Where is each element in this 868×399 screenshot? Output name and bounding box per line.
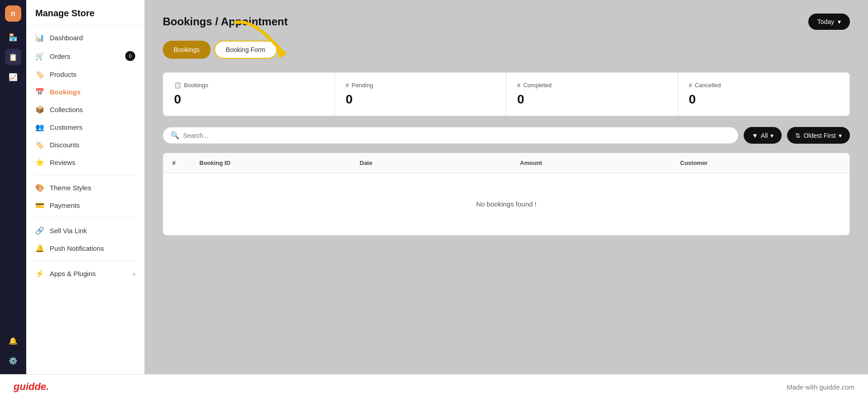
- table-header: # Booking ID Date Amount Customer: [163, 153, 849, 173]
- chevron-down-icon: ▾: [770, 132, 774, 139]
- bottom-bar: guidde. Made with guidde.com: [0, 374, 868, 399]
- sidebar-item-label: Push Notifications: [50, 244, 104, 252]
- orders-icon: 🛒: [35, 52, 44, 61]
- sidebar-item-label: Customers: [50, 123, 83, 131]
- sidebar-item-theme-styles[interactable]: 🎨 Theme Styles: [26, 179, 144, 197]
- store-rail-icon[interactable]: 🏪: [5, 29, 21, 45]
- bell-rail-icon[interactable]: 🔔: [5, 333, 21, 349]
- sidebar-item-payments[interactable]: 💳 Payments: [26, 197, 144, 214]
- theme-icon: 🎨: [35, 183, 44, 192]
- col-header-booking-id: Booking ID: [199, 160, 360, 166]
- page-header: Bookings / Appointment Today ▾: [163, 14, 850, 30]
- tab-booking-form[interactable]: Booking Form: [214, 41, 277, 59]
- search-input[interactable]: [183, 132, 731, 139]
- col-header-number: #: [172, 160, 199, 166]
- made-with-text: Made with guidde.com: [787, 383, 854, 391]
- filter-all-label: All: [761, 132, 768, 139]
- analytics-rail-icon[interactable]: 📈: [5, 69, 21, 85]
- stat-label-bookings: 📋 Bookings: [174, 82, 324, 89]
- tabs-row: Bookings Booking Form: [163, 41, 850, 59]
- main-content: Bookings / Appointment Today ▾ Bookings …: [145, 0, 868, 374]
- sidebar-item-label: Bookings: [50, 88, 80, 96]
- pending-stat-icon: #: [346, 82, 349, 89]
- app-logo[interactable]: n: [5, 5, 21, 22]
- chevron-down-icon: ▾: [838, 18, 841, 25]
- settings-rail-icon[interactable]: ⚙️: [5, 352, 21, 369]
- sidebar-item-products[interactable]: 🏷️ Products: [26, 66, 144, 83]
- svg-marker-0: [276, 45, 287, 59]
- search-icon: 🔍: [170, 131, 179, 140]
- stat-card-bookings: 📋 Bookings 0: [163, 73, 335, 116]
- bookings-icon: 📅: [35, 88, 44, 96]
- sidebar-item-reviews[interactable]: ⭐ Reviews: [26, 154, 144, 171]
- sidebar-divider-1: [33, 175, 137, 175]
- sidebar-item-label: Theme Styles: [50, 184, 91, 192]
- customers-icon: 👥: [35, 123, 44, 131]
- chevron-down-icon: ▾: [839, 132, 842, 139]
- col-header-date: Date: [360, 160, 520, 166]
- bookings-stat-icon: 📋: [174, 82, 181, 89]
- stat-label-cancelled: # Cancelled: [689, 82, 839, 89]
- stat-card-pending: # Pending 0: [335, 73, 507, 116]
- stat-value-pending: 0: [346, 92, 495, 107]
- sidebar-item-label: Sell Via Link: [50, 227, 87, 235]
- stats-row: 📋 Bookings 0 # Pending 0 # Completed 0: [163, 72, 850, 116]
- guidde-logo: guidde.: [14, 381, 49, 393]
- stat-value-bookings: 0: [174, 92, 324, 107]
- sidebar: Manage Store 📊 Dashboard 🛒 Orders 0 🏷️ P…: [26, 0, 145, 374]
- sidebar-item-label: Apps & Plugins: [50, 270, 96, 277]
- page-title: Bookings / Appointment: [163, 15, 288, 28]
- today-label: Today: [817, 18, 834, 25]
- col-header-customer: Customer: [680, 160, 841, 166]
- bookings-table: # Booking ID Date Amount Customer No boo…: [163, 153, 850, 235]
- sort-icon: ⇅: [795, 132, 801, 139]
- stat-label-completed: # Completed: [517, 82, 667, 89]
- notification-icon: 🔔: [35, 244, 44, 253]
- tab-bookings[interactable]: Bookings: [163, 41, 211, 59]
- icon-rail: n 🏪 📋 📈 🔔 ⚙️: [0, 0, 26, 374]
- search-box[interactable]: 🔍: [163, 127, 738, 144]
- sidebar-item-customers[interactable]: 👥 Customers: [26, 118, 144, 136]
- collections-icon: 📦: [35, 105, 44, 114]
- stat-card-completed: # Completed 0: [506, 73, 678, 116]
- sidebar-item-label: Discounts: [50, 141, 80, 149]
- stat-label-pending: # Pending: [346, 82, 495, 89]
- sidebar-item-dashboard[interactable]: 📊 Dashboard: [26, 29, 144, 47]
- filter-row: 🔍 ▼ All ▾ ⇅ Oldest First ▾: [163, 127, 850, 144]
- filter-all-button[interactable]: ▼ All ▾: [744, 127, 782, 144]
- sidebar-item-bookings[interactable]: 📅 Bookings: [26, 83, 144, 101]
- sidebar-item-orders[interactable]: 🛒 Orders 0: [26, 47, 144, 66]
- cancelled-stat-icon: #: [689, 82, 692, 89]
- sidebar-nav: 📊 Dashboard 🛒 Orders 0 🏷️ Products 📅 Boo…: [26, 25, 144, 286]
- sort-button[interactable]: ⇅ Oldest First ▾: [787, 127, 850, 144]
- no-bookings-message: No bookings found !: [163, 173, 849, 235]
- sidebar-divider-3: [33, 261, 137, 261]
- orders-badge: 0: [125, 51, 135, 61]
- sidebar-header: Manage Store: [26, 0, 144, 25]
- payments-icon: 💳: [35, 201, 44, 210]
- sort-label: Oldest First: [803, 132, 836, 139]
- bookings-rail-icon[interactable]: 📋: [5, 49, 21, 65]
- products-icon: 🏷️: [35, 70, 44, 79]
- link-icon: 🔗: [35, 226, 44, 235]
- apps-icon: ⚡: [35, 269, 44, 278]
- discounts-icon: 🏷️: [35, 141, 44, 149]
- sidebar-divider-2: [33, 218, 137, 218]
- filter-icon: ▼: [752, 132, 758, 139]
- today-button[interactable]: Today ▾: [808, 14, 850, 30]
- sidebar-item-collections[interactable]: 📦 Collections: [26, 101, 144, 118]
- col-header-amount: Amount: [520, 160, 680, 166]
- completed-stat-icon: #: [517, 82, 520, 89]
- sidebar-item-label: Reviews: [50, 159, 75, 166]
- sidebar-item-sell-via-link[interactable]: 🔗 Sell Via Link: [26, 222, 144, 239]
- stat-card-cancelled: # Cancelled 0: [678, 73, 850, 116]
- sidebar-item-label: Products: [50, 70, 76, 78]
- stat-value-cancelled: 0: [689, 92, 839, 107]
- sidebar-item-label: Payments: [50, 202, 80, 209]
- dashboard-icon: 📊: [35, 33, 44, 42]
- stat-value-completed: 0: [517, 92, 667, 107]
- sidebar-item-push-notifications[interactable]: 🔔 Push Notifications: [26, 239, 144, 257]
- sidebar-item-label: Orders: [50, 52, 71, 60]
- sidebar-item-apps-plugins[interactable]: ⚡ Apps & Plugins ›: [26, 265, 144, 282]
- sidebar-item-discounts[interactable]: 🏷️ Discounts: [26, 136, 144, 154]
